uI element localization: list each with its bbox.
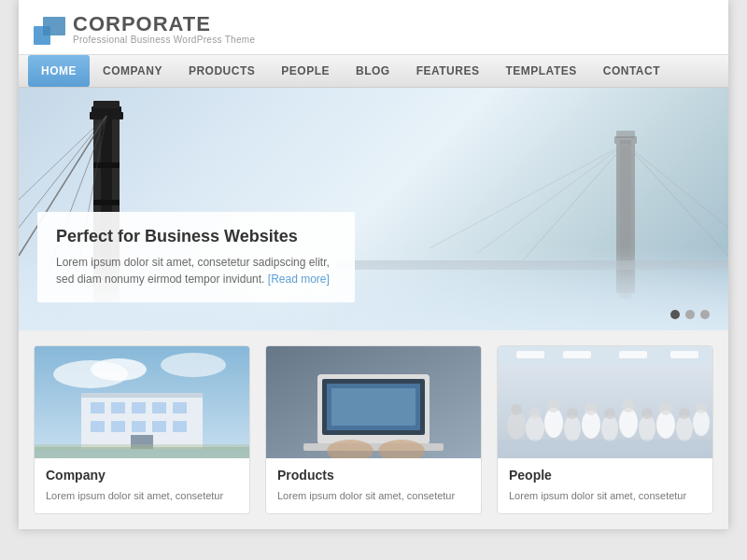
card-company-title: Company	[46, 468, 238, 483]
svg-rect-39	[111, 421, 125, 432]
nav-link-company[interactable]: COMPANY	[90, 55, 176, 87]
hero-title: Perfect for Business Websites	[56, 227, 336, 246]
svg-rect-32	[81, 393, 203, 398]
svg-line-23	[476, 144, 626, 254]
main-nav: HOME COMPANY PRODUCTS PEOPLE BLOG FEATUR…	[19, 54, 728, 88]
svg-rect-40	[132, 421, 146, 432]
svg-rect-34	[111, 402, 125, 413]
nav-item-products[interactable]: PRODUCTS	[176, 55, 268, 87]
page-wrapper: CORPORATE Professional Business WordPres…	[19, 0, 728, 529]
hero-dot-3[interactable]	[700, 310, 710, 319]
svg-rect-50	[331, 388, 416, 426]
svg-rect-1	[43, 17, 65, 35]
svg-rect-57	[563, 351, 591, 358]
svg-point-30	[161, 353, 226, 377]
card-people-body: People Lorem ipsum dolor sit amet, conse…	[498, 458, 712, 513]
nav-item-templates[interactable]: TEMPLATES	[492, 55, 589, 87]
site-title: CORPORATE	[73, 14, 255, 35]
hero-dot-2[interactable]	[685, 310, 695, 319]
nav-link-people[interactable]: PEOPLE	[268, 55, 343, 87]
svg-point-65	[547, 399, 560, 413]
svg-point-69	[585, 402, 598, 415]
card-products-text: Lorem ipsum dolor sit amet, consetetur	[277, 488, 470, 504]
card-people: People Lorem ipsum dolor sit amet, conse…	[497, 345, 713, 514]
svg-rect-38	[91, 421, 105, 432]
svg-rect-45	[35, 444, 249, 449]
svg-point-79	[679, 408, 690, 419]
nav-item-home[interactable]: HOME	[28, 55, 90, 87]
svg-line-20	[626, 144, 728, 256]
logo-icon	[34, 13, 65, 45]
nav-link-contact[interactable]: CONTACT	[590, 55, 673, 87]
svg-rect-6	[93, 101, 120, 108]
svg-rect-35	[132, 402, 146, 413]
svg-rect-37	[173, 402, 187, 413]
card-products-title: Products	[277, 468, 470, 483]
svg-line-22	[523, 144, 626, 260]
svg-point-63	[529, 408, 541, 419]
card-company: Company Lorem ipsum dolor sit amet, cons…	[34, 345, 250, 514]
svg-rect-41	[152, 421, 166, 432]
svg-point-74	[639, 415, 655, 441]
card-people-image	[498, 346, 712, 458]
card-company-text: Lorem ipsum dolor sit amet, consetetur	[46, 488, 238, 504]
svg-point-61	[511, 404, 522, 415]
hero-read-more[interactable]: [Read more]	[268, 273, 330, 286]
nav-link-home[interactable]: HOME	[28, 55, 90, 87]
nav-item-features[interactable]: FEATURES	[403, 55, 493, 87]
nav-item-blog[interactable]: BLOG	[343, 55, 403, 87]
site-subtitle: Professional Business WordPress Theme	[73, 35, 255, 45]
nav-item-people[interactable]: PEOPLE	[268, 55, 343, 87]
svg-point-62	[526, 415, 544, 441]
nav-link-products[interactable]: PRODUCTS	[176, 55, 268, 87]
nav-item-company[interactable]: COMPANY	[90, 55, 176, 87]
svg-rect-59	[670, 351, 698, 358]
logo-text: CORPORATE Professional Business WordPres…	[73, 14, 255, 45]
hero-section: Perfect for Business Websites Lorem ipsu…	[19, 88, 728, 330]
svg-point-73	[622, 399, 635, 413]
nav-list: HOME COMPANY PRODUCTS PEOPLE BLOG FEATUR…	[28, 55, 719, 87]
card-people-text: Lorem ipsum dolor sit amet, consetetur	[509, 488, 701, 504]
svg-line-11	[19, 116, 106, 228]
nav-item-contact[interactable]: CONTACT	[590, 55, 673, 87]
svg-line-24	[430, 144, 626, 248]
svg-point-80	[693, 410, 710, 436]
hero-dot-1[interactable]	[670, 310, 680, 319]
card-products-body: Products Lorem ipsum dolor sit amet, con…	[266, 458, 481, 513]
svg-point-70	[601, 415, 618, 441]
hero-dots	[670, 310, 710, 319]
svg-rect-58	[619, 351, 647, 358]
card-products: Products Lorem ipsum dolor sit amet, con…	[265, 345, 482, 514]
hero-text: Lorem ipsum dolor sit amet, consetetur s…	[56, 254, 336, 287]
svg-point-29	[91, 358, 147, 381]
svg-line-21	[626, 144, 728, 228]
svg-rect-8	[93, 200, 120, 205]
svg-point-75	[641, 408, 653, 419]
site-header: CORPORATE Professional Business WordPres…	[19, 0, 728, 54]
svg-rect-36	[152, 402, 166, 413]
card-people-title: People	[509, 468, 701, 483]
svg-point-78	[676, 415, 693, 441]
svg-point-67	[567, 408, 578, 419]
card-company-body: Company Lorem ipsum dolor sit amet, cons…	[35, 458, 249, 513]
nav-link-templates[interactable]: TEMPLATES	[492, 55, 589, 87]
cards-section: Company Lorem ipsum dolor sit amet, cons…	[19, 330, 728, 529]
svg-rect-42	[173, 421, 187, 432]
svg-point-77	[659, 402, 672, 415]
svg-rect-82	[498, 440, 712, 458]
svg-rect-33	[91, 402, 105, 413]
svg-point-66	[564, 415, 581, 441]
svg-rect-19	[616, 131, 635, 138]
svg-point-81	[696, 402, 707, 413]
svg-rect-56	[516, 351, 544, 358]
nav-link-blog[interactable]: BLOG	[343, 55, 403, 87]
svg-point-60	[507, 412, 526, 440]
nav-link-features[interactable]: FEATURES	[403, 55, 493, 87]
card-company-image	[35, 346, 249, 458]
card-products-image	[266, 346, 481, 458]
svg-point-71	[604, 408, 615, 419]
hero-caption: Perfect for Business Websites Lorem ipsu…	[37, 212, 355, 302]
